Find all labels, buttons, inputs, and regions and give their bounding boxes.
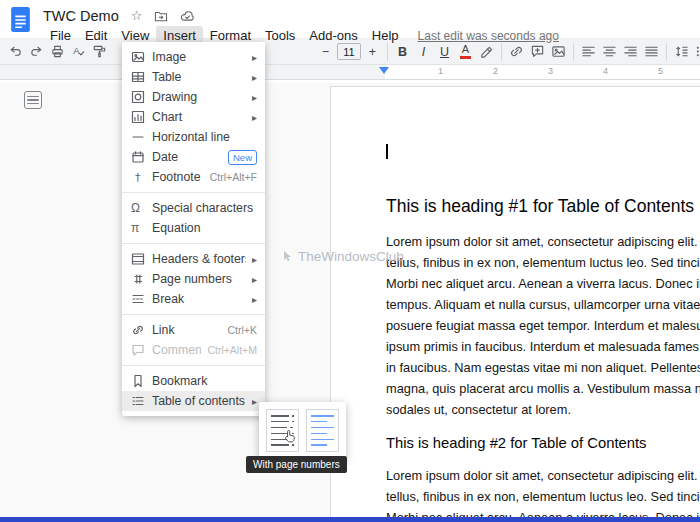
highlight-color-button[interactable]	[477, 41, 496, 62]
insert-image-button[interactable]	[549, 41, 568, 62]
toolbar-separator	[573, 43, 574, 61]
document-canvas: This is heading #1 for Table of Contents…	[0, 83, 700, 517]
cloud-status-icon[interactable]	[180, 10, 195, 22]
star-icon[interactable]: ☆	[131, 9, 143, 22]
bulleted-list-button[interactable]	[693, 41, 700, 62]
submenu-arrow-icon: ▸	[252, 396, 257, 407]
svg-text:†: †	[135, 171, 141, 184]
toolbar-separator	[666, 43, 667, 61]
comment-icon	[131, 343, 152, 357]
move-folder-icon[interactable]	[154, 10, 168, 22]
align-justify-button[interactable]	[642, 41, 661, 62]
italic-button[interactable]: I	[414, 41, 433, 62]
docs-logo-icon[interactable]	[10, 6, 31, 33]
menu-item-drawing[interactable]: Drawing ▸	[122, 87, 265, 107]
menu-item-page-numbers[interactable]: Page numbers ▸	[122, 269, 265, 289]
menu-item-link[interactable]: Link Ctrl+K	[122, 320, 265, 340]
horizontal-line-icon	[131, 130, 152, 144]
submenu-tooltip: With page numbers	[246, 456, 347, 473]
text-color-bar	[460, 56, 471, 59]
paint-format-button[interactable]	[90, 41, 109, 62]
date-icon	[131, 150, 152, 164]
submenu-arrow-icon: ▸	[252, 294, 257, 305]
menu-item-date[interactable]: Date New	[122, 147, 265, 167]
font-size-input[interactable]: 11	[337, 43, 361, 60]
pi-icon: π	[131, 221, 152, 235]
menu-item-table-of-contents[interactable]: Table of contents ▸	[122, 391, 265, 411]
document-title[interactable]: TWC Demo	[43, 8, 119, 24]
watermark-text: TheWindowsClub	[298, 249, 404, 264]
headers-footers-icon	[131, 252, 152, 266]
font-size-increase-button[interactable]: +	[363, 41, 382, 62]
redo-button[interactable]	[27, 41, 46, 62]
page-numbers-icon	[131, 272, 152, 286]
menu-item-headers-footers[interactable]: Headers & footers ▸	[122, 249, 265, 269]
menu-item-special-characters[interactable]: Ω Special characters	[122, 198, 265, 218]
chart-icon	[131, 110, 152, 124]
toolbar-separator	[387, 43, 388, 61]
submenu-arrow-icon: ▸	[252, 72, 257, 83]
ruler-tick: 4	[603, 66, 608, 76]
toolbar-separator	[501, 43, 502, 61]
menu-item-horizontal-line[interactable]: Horizontal line	[122, 127, 265, 147]
menu-divider	[122, 365, 265, 366]
bookmark-icon	[131, 374, 152, 388]
submenu-arrow-icon: ▸	[252, 274, 257, 285]
submenu-arrow-icon: ▸	[252, 112, 257, 123]
underline-button[interactable]: U	[435, 41, 454, 62]
toc-submenu	[259, 402, 346, 459]
submenu-arrow-icon: ▸	[252, 254, 257, 265]
image-icon	[131, 50, 152, 64]
insert-link-button[interactable]	[507, 41, 526, 62]
omega-icon: Ω	[131, 201, 152, 215]
doc-paragraph-2[interactable]: Lorem ipsum dolor sit amet, consectetur …	[386, 465, 700, 517]
text-color-button[interactable]: A	[456, 41, 475, 62]
menu-item-table[interactable]: Table ▸	[122, 67, 265, 87]
doc-heading-2[interactable]: This is heading #2 for Table of Contents	[386, 435, 700, 451]
text-cursor	[386, 144, 388, 159]
menu-divider	[122, 314, 265, 315]
doc-paragraph-1[interactable]: Lorem ipsum dolor sit amet, consectetur …	[386, 231, 700, 420]
footnote-icon: †	[131, 170, 152, 184]
horizontal-ruler[interactable]: 1 2 3 4 5 6	[0, 65, 700, 80]
table-of-contents-icon	[131, 394, 152, 408]
spellcheck-button[interactable]: A	[69, 41, 88, 62]
menu-item-comment[interactable]: Comment Ctrl+Alt+M	[122, 340, 265, 360]
ruler-tick: 2	[493, 66, 498, 76]
align-left-button[interactable]	[579, 41, 598, 62]
doc-heading-1[interactable]: This is heading #1 for Table of Contents	[386, 196, 700, 217]
menu-divider	[122, 243, 265, 244]
new-badge: New	[228, 150, 257, 165]
text-color-glyph: A	[462, 44, 469, 55]
align-right-button[interactable]	[621, 41, 640, 62]
toc-option-with-blue-links[interactable]	[306, 409, 339, 452]
site-watermark: TheWindowsClub	[283, 249, 404, 264]
menu-item-equation[interactable]: π Equation	[122, 218, 265, 238]
submenu-arrow-icon: ▸	[252, 92, 257, 103]
ruler-tick: 3	[548, 66, 553, 76]
menu-divider	[122, 192, 265, 193]
document-page[interactable]: This is heading #1 for Table of Contents…	[330, 86, 700, 517]
break-icon	[131, 292, 152, 306]
toolbar: A − 11 + B I U A 12	[0, 38, 700, 65]
link-icon	[131, 323, 152, 337]
drawing-icon	[131, 90, 152, 104]
print-button[interactable]	[48, 41, 67, 62]
add-comment-button[interactable]	[528, 41, 547, 62]
menu-item-break[interactable]: Break ▸	[122, 289, 265, 309]
watermark-cursor-icon	[283, 250, 294, 263]
menu-item-bookmark[interactable]: Bookmark	[122, 371, 265, 391]
show-outline-button[interactable]	[24, 91, 42, 109]
line-spacing-button[interactable]	[672, 41, 691, 62]
insert-menu-dropdown: Image ▸ Table ▸ Drawing ▸ Chart ▸ Horizo…	[122, 42, 265, 416]
bottom-edge-strip	[0, 517, 700, 522]
align-center-button[interactable]	[600, 41, 619, 62]
bold-button[interactable]: B	[393, 41, 412, 62]
font-size-decrease-button[interactable]: −	[316, 41, 335, 62]
undo-button[interactable]	[6, 41, 25, 62]
menu-item-image[interactable]: Image ▸	[122, 47, 265, 67]
menu-item-chart[interactable]: Chart ▸	[122, 107, 265, 127]
submenu-arrow-icon: ▸	[252, 52, 257, 63]
menu-item-footnote[interactable]: † Footnote Ctrl+Alt+F	[122, 167, 265, 187]
indent-marker[interactable]	[379, 67, 389, 74]
